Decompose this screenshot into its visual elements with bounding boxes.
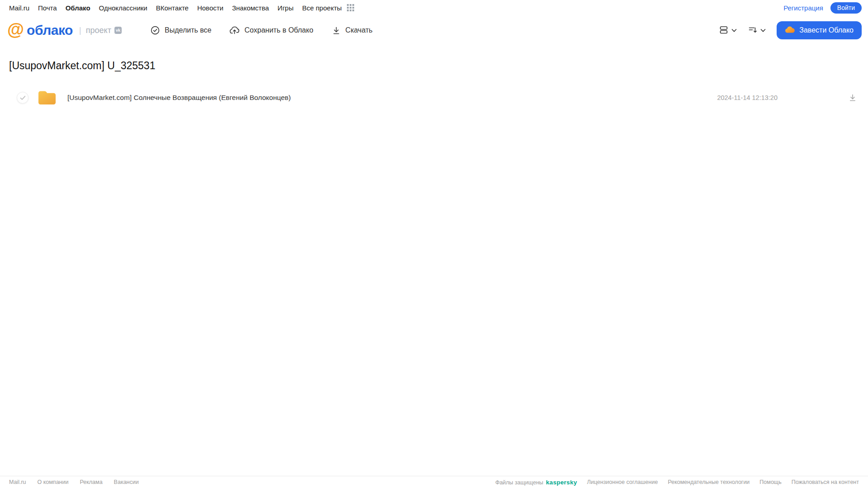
top-nav-bar: Mail.ru Почта Облако Одноклассники ВКонт… [0, 0, 868, 15]
vk-icon: vk [114, 27, 122, 34]
header-right-controls: Завести Облако [719, 21, 862, 39]
select-all-label: Выделить все [165, 26, 211, 34]
top-nav-item-mailru[interactable]: Mail.ru [9, 4, 29, 12]
cloud-icon [785, 26, 795, 35]
footer-link-ads[interactable]: Реклама [80, 479, 102, 485]
file-name-link[interactable]: [UsupovMarket.com] Солнечные Возвращения… [67, 94, 291, 102]
mailru-at-icon: @ [7, 21, 24, 38]
footer-link-mailru[interactable]: Mail.ru [9, 479, 26, 485]
folder-icon [38, 90, 57, 105]
save-to-cloud-icon [229, 25, 240, 35]
get-cloud-button[interactable]: Завести Облако [777, 21, 862, 39]
file-toolbar: Выделить все Сохранить в Облако Скач [150, 25, 373, 35]
registration-link[interactable]: Регистрация [783, 4, 823, 12]
get-cloud-label: Завести Облако [799, 26, 854, 34]
top-nav-item-oblako[interactable]: Облако [66, 4, 90, 12]
download-label: Скачать [346, 26, 373, 34]
download-button[interactable]: Скачать [332, 26, 373, 35]
save-to-cloud-button[interactable]: Сохранить в Облако [229, 25, 313, 35]
header-bar: @ облако | проект vk Выделить все [0, 15, 868, 45]
top-nav-item-vse-proekty[interactable]: Все проекты [302, 4, 342, 12]
select-all-button[interactable]: Выделить все [150, 25, 211, 35]
cloud-logo[interactable]: @ облако | проект vk [7, 22, 139, 39]
protected-label: Файлы защищены [495, 479, 543, 486]
login-button[interactable]: Войти [830, 2, 862, 14]
view-mode-button[interactable] [719, 25, 737, 36]
download-icon [332, 26, 341, 35]
footer-link-license[interactable]: Лицензионное соглашение [587, 479, 658, 485]
chevron-down-icon [731, 27, 737, 34]
top-nav-auth: Регистрация Войти [783, 2, 862, 14]
footer-left-links: Mail.ru О компании Реклама Вакансии [9, 479, 139, 485]
footer-right-links: Файлы защищены kaspersky Лицензионное со… [495, 479, 859, 486]
file-modified-date: 2024-11-14 12:13:20 [717, 94, 778, 101]
top-nav-item-igry[interactable]: Игры [278, 4, 294, 12]
top-nav-item-vkontakte[interactable]: ВКонтакте [156, 4, 189, 12]
sort-icon [748, 25, 758, 36]
top-nav-item-pochta[interactable]: Почта [38, 4, 57, 12]
view-mode-icon [719, 25, 729, 36]
footer-link-report-content[interactable]: Пожаловаться на контент [792, 479, 859, 485]
select-all-icon [150, 25, 160, 35]
row-download-icon[interactable] [848, 93, 857, 102]
footer-link-recommendation-tech[interactable]: Рекомендательные технологии [668, 479, 749, 485]
save-to-cloud-label: Сохранить в Облако [244, 26, 313, 34]
apps-grid-icon[interactable] [347, 4, 354, 11]
main-content: [UsupovMarket.com] U_325531 [UsupovMarke… [0, 60, 868, 109]
top-nav-item-odnoklassniki[interactable]: Одноклассники [99, 4, 147, 12]
logo-project-label: проект [86, 26, 111, 35]
footer-link-jobs[interactable]: Вакансии [114, 479, 139, 485]
file-row[interactable]: [UsupovMarket.com] Солнечные Возвращения… [9, 87, 868, 109]
sort-button[interactable] [748, 25, 766, 36]
footer: Mail.ru О компании Реклама Вакансии Файл… [0, 476, 868, 488]
kaspersky-protected: Файлы защищены kaspersky [495, 479, 577, 486]
kaspersky-logo: kaspersky [546, 479, 577, 486]
logo-wordmark: облако [27, 23, 73, 38]
chevron-down-icon [760, 27, 766, 34]
top-nav-item-znakomstva[interactable]: Знакомства [232, 4, 269, 12]
page-title: [UsupovMarket.com] U_325531 [9, 60, 868, 72]
top-nav-links: Mail.ru Почта Облако Одноклассники ВКонт… [9, 4, 354, 12]
top-nav-item-novosti[interactable]: Новости [197, 4, 223, 12]
logo-separator: | [79, 25, 81, 35]
footer-link-help[interactable]: Помощь [759, 479, 781, 485]
row-checkbox[interactable] [17, 92, 28, 104]
footer-link-company[interactable]: О компании [38, 479, 69, 485]
